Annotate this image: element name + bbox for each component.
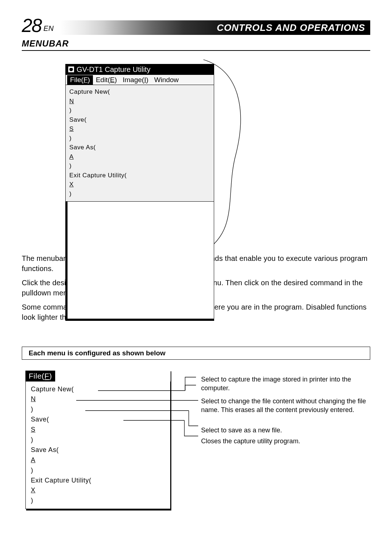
- file-menu-head: File(F): [25, 371, 55, 382]
- menubar: File(F) Edit(E) Image(I) Window: [65, 75, 214, 85]
- svg-rect-2: [70, 66, 72, 68]
- file-dropdown: Capture New(N) Save(S) Save As(A) Exit C…: [65, 85, 214, 202]
- window-body: [65, 202, 214, 321]
- file-menu-block: File(F) Capture New(N) Save(S) Save As(A…: [25, 371, 171, 509]
- app-icon: [68, 66, 74, 73]
- window-titlebar: GV-DT1 Capture Utility: [65, 64, 214, 75]
- window-title: GV-DT1 Capture Utility: [77, 65, 150, 74]
- section-rule: [22, 50, 370, 51]
- magnify-illustration: GV-DT1 Capture Utility File(F) Edit(E) I…: [65, 64, 269, 249]
- dropdown-item-save-as[interactable]: Save As(A): [69, 143, 211, 171]
- subheading-box: Each menu is configured as shown below: [22, 347, 370, 360]
- file-item-capture-new: Capture New(N): [31, 384, 167, 415]
- file-item-exit: Exit Capture Utility(X): [31, 476, 167, 506]
- menu-file[interactable]: File(F): [67, 75, 93, 85]
- dropdown-item-capture-new[interactable]: Capture New(N): [69, 87, 211, 115]
- subheading: Each menu is configured as shown below: [29, 349, 166, 357]
- file-item-save: Save(S): [31, 415, 167, 445]
- app-window: GV-DT1 Capture Utility File(F) Edit(E) I…: [65, 64, 214, 321]
- page-header: 28 EN CONTROLS AND OPERATIONS: [22, 15, 370, 35]
- magnify-lens: [200, 60, 301, 256]
- file-menu-diagram: File(F) Capture New(N) Save(S) Save As(A…: [22, 371, 370, 443]
- dropdown-item-save[interactable]: Save(S): [69, 115, 211, 143]
- file-menu-body: Capture New(N) Save(S) Save As(A) Exit C…: [25, 382, 171, 509]
- file-item-save-as: Save As(A): [31, 445, 167, 476]
- header-title: CONTROLS AND OPERATIONS: [217, 22, 365, 33]
- section-title: MENUBAR: [22, 39, 370, 49]
- lang-suffix: EN: [44, 24, 54, 33]
- dropdown-item-exit[interactable]: Exit Capture Utility(X): [69, 171, 211, 199]
- desc-exit: Closes the capture utility program.: [201, 437, 300, 445]
- menu-window[interactable]: Window: [151, 75, 182, 85]
- svg-point-1: [69, 68, 73, 71]
- menu-edit[interactable]: Edit(E): [93, 75, 120, 85]
- desc-save-as: Select to save as a new file.: [201, 426, 282, 435]
- menu-image[interactable]: Image(I): [120, 75, 151, 85]
- desc-capture-new: Select to capture the image stored in pr…: [201, 375, 372, 393]
- header-banner: CONTROLS AND OPERATIONS: [60, 20, 370, 35]
- page-number-block: 28 EN: [22, 16, 54, 35]
- desc-save: Select to change the file content withou…: [201, 397, 372, 415]
- page-number: 28: [22, 16, 41, 35]
